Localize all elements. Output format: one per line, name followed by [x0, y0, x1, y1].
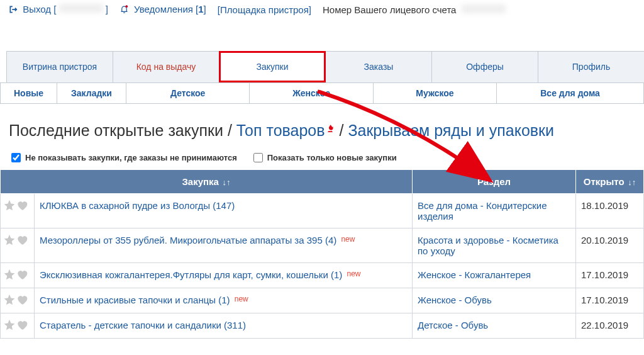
new-only-checkbox[interactable] — [253, 153, 263, 162]
star-icon[interactable] — [3, 293, 16, 306]
table-row: Мезороллеры от 355 рублей. Микроигольчат… — [1, 228, 644, 263]
sort-icon: ↓↑ — [626, 178, 636, 187]
star-icon[interactable] — [3, 318, 16, 331]
topbar: Выход [ ] Уведомления [1] [Площадка прис… — [0, 0, 644, 20]
purchase-link[interactable]: Эксклюзивная кожгалантерея.Футляры для к… — [40, 269, 342, 280]
subtab-home[interactable]: Все для дома — [497, 83, 643, 103]
opened-date: 20.10.2019 — [576, 228, 644, 263]
main-tabs: Витрина пристроя Код на выдачу Закупки З… — [0, 51, 644, 83]
new-badge: new — [235, 295, 248, 303]
tab-orders[interactable]: Заказы — [325, 51, 432, 82]
notifications-link[interactable]: Уведомления [1] — [119, 4, 206, 16]
heart-icon[interactable] — [16, 234, 28, 246]
table-row: Старатель - детские тапочки и сандалики … — [1, 313, 644, 339]
new-badge: new — [341, 235, 355, 244]
purchase-link[interactable]: Стильные и красивые тапочки и сланцы (1) — [40, 295, 230, 305]
opened-date: 17.10.2019 — [576, 288, 644, 313]
subtab-bookmarks[interactable]: Закладки — [57, 83, 126, 103]
heading-prefix: Последние открытые закупки / — [9, 121, 236, 139]
exit-icon — [9, 5, 18, 16]
flame-icon — [325, 120, 335, 138]
notif-count: 1 — [198, 4, 203, 14]
top-goods-link[interactable]: Топ товаров — [236, 121, 325, 139]
svg-point-0 — [125, 5, 128, 8]
purchase-link[interactable]: КЛЮКВА в сахарной пудре из Вологды (147) — [40, 200, 235, 211]
tab-issue-code[interactable]: Код на выдачу — [113, 51, 219, 82]
account-blur — [462, 4, 506, 13]
new-only-label[interactable]: Показать только новые закупки — [251, 151, 397, 164]
filter-row: Не показывать закупки, где заказы не при… — [0, 151, 644, 169]
closing-rows-link[interactable]: Закрываем ряды и упаковки — [348, 121, 554, 139]
heading-sep: / — [340, 121, 348, 139]
account-label: Номер Вашего лицевого счета — [323, 4, 506, 15]
purchases-table: Закупка ↓↑ Раздел Открыто ↓↑ КЛЮКВА в са… — [0, 169, 644, 339]
purchase-link[interactable]: Старатель - детские тапочки и сандалики … — [40, 320, 246, 330]
heart-icon[interactable] — [16, 318, 28, 331]
section-link[interactable]: Женское - Обувь — [418, 295, 492, 305]
new-badge: new — [347, 269, 360, 278]
username-blur — [59, 4, 103, 13]
th-name[interactable]: Закупка ↓↑ — [1, 170, 413, 194]
bell-icon — [119, 4, 129, 16]
sort-icon: ↓↑ — [220, 178, 231, 187]
table-row: КЛЮКВА в сахарной пудре из Вологды (147)… — [1, 194, 644, 228]
area-link[interactable]: [Площадка пристроя] — [218, 4, 311, 15]
subtab-men[interactable]: Мужское — [374, 83, 497, 103]
subtab-children[interactable]: Детское — [126, 83, 250, 103]
table-row: Стильные и красивые тапочки и сланцы (1)… — [1, 288, 644, 313]
heart-icon[interactable] — [16, 268, 28, 281]
star-icon[interactable] — [3, 199, 16, 211]
opened-date: 17.10.2019 — [576, 263, 644, 288]
th-section[interactable]: Раздел — [413, 170, 576, 194]
subtab-new[interactable]: Новые — [1, 83, 57, 103]
tab-showcase[interactable]: Витрина пристроя — [6, 51, 113, 82]
section-link[interactable]: Все для дома - Кондитерские изделия — [418, 200, 547, 222]
heart-icon[interactable] — [16, 199, 28, 211]
opened-date: 18.10.2019 — [576, 194, 644, 228]
th-opened[interactable]: Открыто ↓↑ — [576, 170, 644, 194]
tab-profile[interactable]: Профиль — [538, 51, 644, 82]
page-heading: Последние открытые закупки / Топ товаров… — [0, 104, 644, 151]
table-row: Эксклюзивная кожгалантерея.Футляры для к… — [1, 263, 644, 288]
purchase-link[interactable]: Мезороллеры от 355 рублей. Микроигольчат… — [40, 235, 336, 245]
star-icon[interactable] — [3, 268, 16, 281]
section-link[interactable]: Женское - Кожгалантерея — [418, 269, 531, 280]
tab-purchases[interactable]: Закупки — [219, 51, 326, 82]
sub-tabs: Новые Закладки Детское Женское Мужское В… — [0, 83, 644, 104]
exit-link[interactable]: Выход [ ] — [9, 4, 108, 16]
star-icon[interactable] — [3, 234, 16, 246]
section-link[interactable]: Красота и здоровье - Косметика по уходу — [418, 235, 558, 256]
section-link[interactable]: Детское - Обувь — [418, 320, 488, 330]
subtab-women[interactable]: Женское — [250, 83, 373, 103]
tab-offers[interactable]: Офферы — [431, 51, 538, 82]
hide-closed-label[interactable]: Не показывать закупки, где заказы не при… — [9, 151, 237, 164]
heart-icon[interactable] — [16, 293, 28, 306]
opened-date: 22.10.2019 — [576, 313, 644, 339]
hide-closed-checkbox[interactable] — [11, 153, 21, 162]
